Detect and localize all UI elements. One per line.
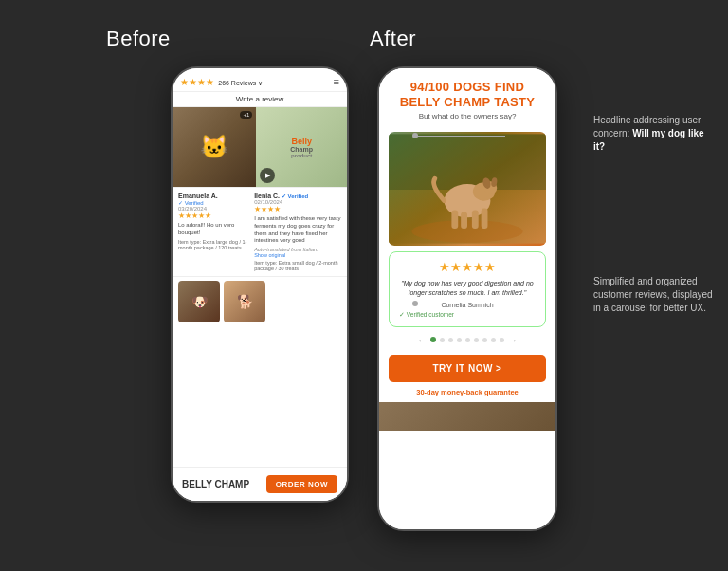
dot-9[interactable]: [500, 338, 504, 342]
before-header: ★★★★ 266 Reviews ∨ ≡: [173, 68, 347, 92]
annotation-text-2: Simplified and organized customer review…: [593, 275, 717, 315]
before-footer: BELLY CHAMP ORDER NOW: [173, 467, 347, 501]
after-reviewer-name: Cornelia Sumnich: [399, 302, 536, 308]
annotations: Headline addressing user concern: Will m…: [0, 0, 728, 571]
after-bottom-strip: [379, 402, 555, 431]
svg-rect-9: [461, 212, 467, 230]
before-reviews: 266 Reviews ∨: [218, 80, 263, 86]
before-phone: ★★★★ 266 Reviews ∨ ≡ Write a review 🐱 +1…: [171, 66, 349, 503]
write-review[interactable]: Write a review: [173, 92, 347, 107]
reviewer-1-text: Lo adoral!! Ho un vero bouquet!: [178, 222, 249, 237]
main-container: Before After ★★★★ 266 Reviews ∨ ≡ Write …: [0, 0, 728, 571]
reviewer-1-stars: ★★★★★: [178, 212, 249, 220]
svg-rect-11: [482, 209, 488, 229]
before-stars: ★★★★: [180, 77, 214, 87]
dot-5[interactable]: [465, 338, 470, 342]
after-review-text: "My dog now has very good digestion and …: [399, 279, 536, 298]
dot-2[interactable]: [440, 338, 445, 342]
reviewer-2-text: I am satisfied with these very tasty fer…: [254, 215, 341, 245]
reviewer-2-name: Ilenia C. ✓ Verified: [254, 193, 341, 199]
reviewer-1: Emanuela A. ✓ Verified 03/20/2024 ★★★★★ …: [178, 193, 249, 271]
reviewer-1-verified: ✓ Verified: [178, 199, 249, 206]
show-original-link[interactable]: Show original: [254, 252, 341, 258]
review-block: Emanuela A. ✓ Verified 03/20/2024 ★★★★★ …: [173, 188, 347, 277]
carousel-dots: ← →: [379, 327, 555, 349]
dot-6[interactable]: [474, 338, 479, 342]
before-more-images: 🐶 🐕: [173, 277, 347, 324]
before-images: 🐱 +1 Belly Champ product ▶: [173, 107, 347, 188]
money-back-text: 30-day money-back guarantee: [379, 386, 555, 398]
after-stars: ★★★★★: [399, 260, 536, 274]
after-review-card: ★★★★★ "My dog now has very good digestio…: [389, 251, 546, 327]
reviewer-2-stars: ★★★★: [254, 205, 341, 213]
reviewer-2: Ilenia C. ✓ Verified 02/10/2024 ★★★★ I a…: [254, 193, 341, 271]
plus-one-badge: +1: [240, 111, 252, 119]
more-image-1: 🐶: [178, 281, 220, 322]
carousel-next[interactable]: →: [508, 335, 518, 345]
svg-rect-10: [472, 211, 479, 230]
dot-8[interactable]: [491, 338, 496, 342]
after-headline-sub: But what do the owners say?: [392, 112, 542, 120]
annotation-text-1: Headline addressing user concern: Will m…: [593, 114, 717, 154]
after-phone: 94/100 DOGS FIND BELLY CHAMP TASTY But w…: [377, 66, 557, 531]
filter-icon[interactable]: ≡: [334, 76, 339, 87]
reviewer-2-item-type: Item type: Extra small dog / 2-month pac…: [254, 260, 341, 271]
dot-4[interactable]: [457, 338, 462, 342]
reviewer-1-item-type: Item type: Extra large dog / 1-month pac…: [178, 239, 249, 250]
dot-3[interactable]: [448, 338, 453, 342]
after-dog-image: [389, 132, 546, 246]
after-label: After: [370, 27, 416, 51]
belly-champ-brand: BELLY CHAMP: [182, 479, 249, 489]
before-image-product: Belly Champ product ▶: [256, 107, 347, 187]
carousel-prev[interactable]: ←: [417, 335, 427, 345]
svg-rect-1: [389, 135, 546, 191]
more-image-2: 🐕: [224, 281, 265, 322]
svg-rect-8: [451, 211, 458, 230]
after-verified-badge: ✓ Verified customer: [399, 311, 536, 319]
try-now-button[interactable]: TRY IT NOW >: [389, 355, 546, 382]
dot-7[interactable]: [482, 338, 487, 342]
dot-1[interactable]: [430, 337, 436, 342]
reviewer-1-name: Emanuela A.: [178, 193, 249, 199]
order-now-button[interactable]: ORDER NOW: [266, 475, 337, 493]
after-headline-main: 94/100 DOGS FIND BELLY CHAMP TASTY: [392, 80, 542, 109]
before-image-cat: 🐱 +1: [173, 107, 256, 187]
before-label: Before: [106, 27, 171, 51]
after-headline: 94/100 DOGS FIND BELLY CHAMP TASTY But w…: [379, 68, 555, 126]
